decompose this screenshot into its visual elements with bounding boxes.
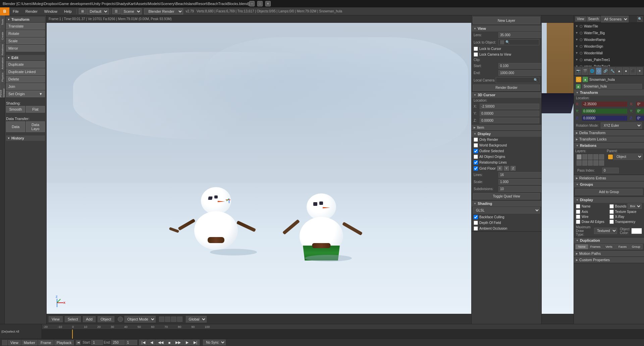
object-mode-select[interactable]: Object Mode	[124, 316, 156, 323]
render-border-button[interactable]: Render Border	[473, 84, 540, 91]
rotation-mode-select[interactable]: XYZ Euler	[601, 122, 642, 129]
layer-1[interactable]	[577, 154, 582, 160]
current-frame-input[interactable]	[125, 340, 137, 345]
obj-item-woodenramp[interactable]: ▼ ⬡ WoodenRamp	[574, 36, 644, 43]
xray-checkbox[interactable]	[609, 215, 614, 219]
object-menu-button[interactable]: Object	[98, 316, 114, 322]
rotation-z-input[interactable]	[636, 116, 644, 121]
layer-7[interactable]	[582, 160, 587, 166]
bounds-checkbox[interactable]	[609, 204, 614, 209]
glsl-select[interactable]: GLSL	[473, 207, 540, 214]
lock-to-cursor-checkbox[interactable]	[474, 47, 478, 51]
timeline-track[interactable]	[42, 330, 644, 339]
scene-select[interactable]: Scene	[121, 8, 142, 14]
lens-input[interactable]	[498, 32, 542, 38]
prop-icon-texture[interactable]: ⬛	[630, 67, 636, 75]
layout-select[interactable]: Default	[87, 8, 109, 14]
lock-search-icon[interactable]: 🔍	[505, 40, 509, 44]
scale-input[interactable]	[498, 179, 542, 185]
viewport-icon-4[interactable]	[177, 316, 182, 322]
translate-button[interactable]: Translate	[6, 23, 45, 30]
location-x-input[interactable]	[582, 102, 627, 107]
rotation-x-input[interactable]	[636, 102, 644, 107]
editor-type-button[interactable]: ⊞	[79, 8, 86, 14]
play-reverse-button[interactable]: ◀◀	[156, 340, 166, 345]
stop-button[interactable]: ■	[166, 340, 173, 345]
grid-floor-checkbox[interactable]	[474, 166, 478, 171]
menu-render[interactable]: Render	[22, 7, 41, 15]
lock-camera-checkbox[interactable]	[474, 52, 478, 57]
sync-select[interactable]: No Sync	[203, 340, 226, 345]
custom-properties-section[interactable]: Custom Properties	[574, 257, 644, 263]
max-draw-select[interactable]: Textured	[594, 228, 617, 234]
item-section[interactable]: Item	[472, 124, 541, 131]
mesh-name-input[interactable]	[582, 84, 642, 89]
obj-item-xmaspalmtree2[interactable]: ▼ ⬡ xmas_PalmTree2	[574, 63, 644, 66]
relations-extras-section[interactable]: Relations Extras	[574, 175, 644, 181]
display-view-header[interactable]: Display	[472, 131, 541, 137]
playhead[interactable]	[72, 330, 73, 339]
add-menu-button[interactable]: Add	[83, 316, 96, 322]
menu-file[interactable]: File	[9, 7, 22, 15]
subdivisions-input[interactable]	[498, 186, 542, 192]
viewport-icon-1[interactable]	[159, 316, 164, 322]
pass-index-input[interactable]	[602, 168, 619, 173]
view-section-header[interactable]: View	[472, 25, 541, 32]
motion-paths-section[interactable]: Motion Paths	[574, 250, 644, 257]
tab-relations[interactable]: Relations	[0, 43, 5, 56]
jump-start-icon[interactable]: |◀	[76, 340, 80, 345]
tab-physics[interactable]: Physics	[0, 70, 5, 84]
global-select[interactable]: Global	[186, 316, 207, 323]
texture-space-checkbox[interactable]	[609, 210, 614, 214]
relations-header[interactable]: Relations	[574, 142, 644, 149]
world-background-checkbox[interactable]	[474, 143, 478, 148]
start-frame-input[interactable]	[91, 340, 103, 345]
prop-icon-world[interactable]: 🌐	[589, 67, 595, 75]
minimize-button[interactable]: ─	[249, 1, 255, 6]
flat-button[interactable]: Flat	[26, 106, 45, 113]
scene-dropdown[interactable]: All Scenes	[601, 16, 629, 22]
layer-9[interactable]	[593, 160, 598, 166]
tab-tools[interactable]: Tools	[0, 15, 5, 29]
relationship-lines-checkbox[interactable]	[474, 160, 478, 165]
dup-frames-button[interactable]: Frames	[589, 244, 602, 249]
tab-grease[interactable]: Grease Pencil	[0, 84, 5, 98]
join-button[interactable]: Join	[6, 83, 45, 90]
view-button[interactable]: View	[8, 340, 21, 345]
play-button[interactable]: ▶▶	[173, 340, 183, 345]
close-button[interactable]: ✕	[265, 1, 271, 6]
wire-checkbox[interactable]	[576, 215, 580, 219]
delete-button[interactable]: Delete	[6, 76, 45, 82]
cursor-z-input[interactable]	[480, 118, 539, 123]
frame-button[interactable]: Frame	[38, 340, 54, 345]
menu-window[interactable]: Window	[41, 7, 61, 15]
backface-culling-checkbox[interactable]	[474, 215, 478, 219]
obj-item-woodenwall[interactable]: ▼ ⬡ WoodenWall	[574, 50, 644, 56]
groups-header[interactable]: Groups	[574, 181, 644, 187]
timeline-main[interactable]: -20 -10 0 10 20 30 40 50 60 70 80 90 100	[42, 324, 644, 339]
clip-end-input[interactable]	[498, 70, 542, 76]
prop-icon-render[interactable]: 🎬	[582, 67, 588, 75]
outline-selected-checkbox[interactable]	[474, 149, 478, 153]
depth-of-field-checkbox[interactable]	[474, 221, 478, 225]
skip-start-button[interactable]: |◀	[139, 340, 148, 345]
dup-faces-button[interactable]: Faces	[616, 244, 629, 249]
render-engine-select[interactable]: Blender Render	[144, 8, 183, 14]
transform-locks-section[interactable]: Transform Locks	[574, 136, 644, 142]
history-title[interactable]: History	[6, 135, 45, 141]
new-layer-button[interactable]: New Layer	[473, 17, 540, 24]
draw-all-edges-checkbox[interactable]	[576, 220, 580, 224]
name-checkbox[interactable]	[576, 204, 580, 209]
display-header[interactable]: Display	[574, 197, 644, 203]
obj-item-watertile-big[interactable]: ▼ ⬡ WaterTile_Big	[574, 30, 644, 36]
duplicate-button[interactable]: Duplicate	[6, 61, 45, 68]
prop-icon-object[interactable]: ⬡	[596, 67, 602, 75]
cursor-x-input[interactable]	[480, 104, 539, 109]
set-origin-button[interactable]: Set Origin ▼	[6, 91, 45, 97]
smooth-button[interactable]: Smooth	[6, 106, 25, 113]
rotation-y-input[interactable]	[636, 109, 644, 114]
select-menu-button[interactable]: Select	[65, 316, 81, 322]
marker-button[interactable]: Marker	[21, 340, 38, 345]
clip-start-input[interactable]	[498, 63, 542, 69]
tab-animation[interactable]: Animation	[0, 57, 5, 70]
